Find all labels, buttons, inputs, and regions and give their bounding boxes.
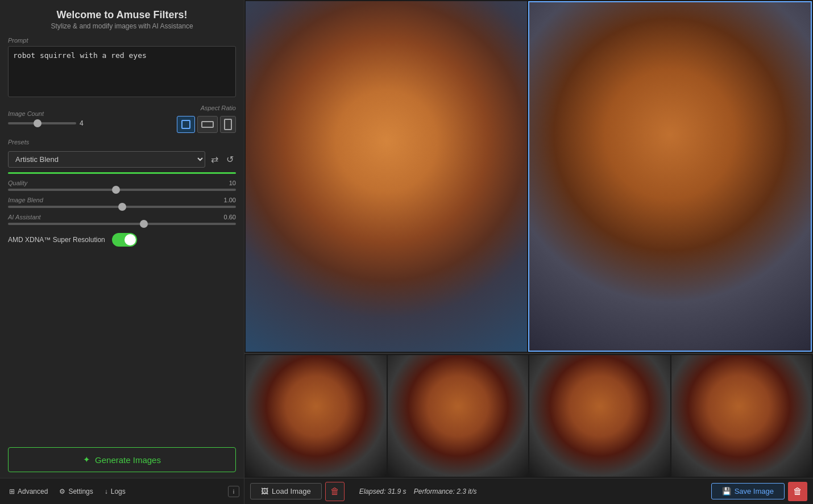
aspect-ratio-label: Aspect Ratio — [201, 105, 236, 111]
image-count-slider[interactable] — [8, 122, 76, 124]
aspect-square-button[interactable] — [177, 116, 195, 133]
advanced-button[interactable]: ⊞ Advanced — [5, 485, 52, 498]
aspect-ratio-section: Aspect Ratio — [177, 105, 236, 133]
elapsed-value: 31.9 s — [388, 488, 406, 495]
main-image-right[interactable] — [528, 1, 812, 352]
presets-controls: Artistic Blend Photorealistic Anime Styl… — [8, 151, 236, 168]
svg-rect-0 — [182, 120, 190, 128]
aspect-landscape-button[interactable] — [197, 116, 218, 133]
quality-slider[interactable] — [8, 189, 236, 191]
refresh-button[interactable]: ↺ — [224, 153, 236, 166]
shuffle-button[interactable]: ⇄ — [209, 153, 221, 166]
logs-label: Logs — [111, 488, 126, 495]
load-image-icon: 🖼 — [261, 487, 268, 495]
preset-progress-bar — [8, 172, 236, 174]
presets-select[interactable]: Artistic Blend Photorealistic Anime Styl… — [8, 151, 205, 168]
bottom-bar: ⊞ Advanced ⚙ Settings ↓ Logs i 🖼 Load Im… — [0, 478, 813, 504]
save-image-button[interactable]: 💾 Save Image — [711, 483, 785, 499]
prompt-section: Prompt robot squirrel with a red eyes — [8, 37, 236, 99]
image-count-row: 4 — [8, 119, 171, 127]
amd-toggle[interactable] — [112, 233, 137, 247]
performance-value: 2.3 it/s — [457, 488, 476, 495]
ai-assistant-slider[interactable] — [8, 223, 236, 225]
generate-button[interactable]: ✦ Generate Images — [8, 447, 236, 472]
count-aspect-row: Image Count 4 Aspect Ratio — [8, 105, 236, 133]
thumbnail-4[interactable] — [671, 355, 812, 477]
amd-row: AMD XDNA™ Super Resolution — [8, 233, 236, 247]
thumbnail-1[interactable] — [246, 355, 387, 477]
right-area — [244, 0, 813, 478]
load-image-button[interactable]: 🖼 Load Image — [250, 483, 322, 499]
thumbnails-row — [244, 353, 813, 478]
bottom-left-section: ⊞ Advanced ⚙ Settings ↓ Logs i — [0, 478, 244, 504]
bottom-center-section: 🖼 Load Image 🗑 Elapsed: 31.9 s Performan… — [244, 478, 706, 504]
delete-load-button[interactable]: 🗑 — [325, 482, 345, 501]
image-blend-slider[interactable] — [8, 206, 236, 208]
top-images-row — [244, 0, 813, 353]
trash-icon: 🗑 — [330, 486, 339, 497]
quality-section: Quality 10 — [8, 180, 236, 191]
advanced-label: Advanced — [18, 488, 48, 495]
aspect-buttons-group — [177, 116, 236, 133]
settings-label: Settings — [68, 488, 93, 495]
number-badge: i — [228, 486, 239, 497]
app-title-section: Welcome to Amuse Filters! Stylize & and … — [8, 6, 236, 31]
square-icon — [181, 119, 191, 130]
red-trash-icon: 🗑 — [793, 486, 802, 497]
thumbnail-2[interactable] — [388, 355, 529, 477]
toggle-knob — [125, 234, 136, 245]
prompt-input[interactable]: robot squirrel with a red eyes — [8, 46, 236, 97]
image-count-value: 4 — [80, 119, 89, 127]
status-section: Elapsed: 31.9 s Performance: 2.3 it/s — [359, 488, 477, 495]
logs-icon: ↓ — [105, 488, 108, 495]
thumbnail-3[interactable] — [529, 355, 670, 477]
svg-rect-2 — [225, 119, 231, 130]
main-image-left[interactable] — [246, 1, 527, 352]
image-count-label: Image Count — [8, 110, 171, 117]
bottom-right-section: 💾 Save Image 🗑 — [706, 478, 813, 504]
generate-label: Generate Images — [95, 455, 161, 465]
aspect-portrait-button[interactable] — [220, 116, 236, 133]
badge-value: i — [233, 488, 234, 495]
image-blend-section: Image Blend 1.00 — [8, 197, 236, 208]
generate-icon: ✦ — [83, 455, 90, 465]
ai-assistant-section: AI Assistant 0.60 — [8, 214, 236, 225]
landscape-icon — [201, 120, 214, 129]
settings-icon: ⚙ — [59, 488, 65, 495]
elapsed-label: Elapsed: — [359, 488, 386, 495]
image-count-section: Image Count 4 — [8, 110, 171, 127]
portrait-icon — [224, 119, 232, 130]
left-panel: Welcome to Amuse Filters! Stylize & and … — [0, 0, 244, 478]
prompt-label: Prompt — [8, 37, 236, 44]
logs-button[interactable]: ↓ Logs — [100, 485, 130, 498]
settings-button[interactable]: ⚙ Settings — [55, 485, 97, 498]
svg-rect-1 — [202, 122, 213, 127]
presets-section: Presets Artistic Blend Photorealistic An… — [8, 139, 236, 174]
app-subtitle: Stylize & and modify images with AI Assi… — [8, 22, 236, 30]
delete-save-button[interactable]: 🗑 — [788, 482, 807, 501]
save-image-icon: 💾 — [722, 487, 731, 495]
advanced-icon: ⊞ — [9, 488, 15, 495]
app-title: Welcome to Amuse Filters! — [8, 9, 236, 21]
load-image-label: Load Image — [272, 487, 311, 495]
amd-label: AMD XDNA™ Super Resolution — [8, 236, 105, 244]
presets-label: Presets — [8, 139, 236, 145]
performance-label: Performance: — [414, 488, 455, 495]
save-image-label: Save Image — [735, 487, 774, 495]
